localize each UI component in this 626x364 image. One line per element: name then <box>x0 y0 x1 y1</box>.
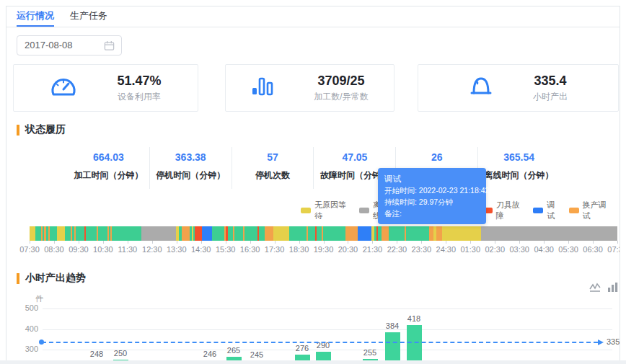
y-tick-label: 300 <box>17 345 38 353</box>
timeline-segment[interactable] <box>244 226 257 241</box>
gridline <box>43 329 612 330</box>
tooltip-title: 调试 <box>384 173 480 185</box>
timeline-segment[interactable] <box>358 226 371 241</box>
y-tick-label: 400 <box>17 324 38 333</box>
stat-column: 664.03加工时间（分钟） <box>68 147 149 189</box>
timeline-segment[interactable] <box>265 226 273 241</box>
axis-tick <box>128 241 128 244</box>
axis-tick <box>103 241 104 244</box>
tab-running-status[interactable]: 运行情况 <box>17 6 54 27</box>
axis-tick-label: 09:30 <box>66 245 92 254</box>
bar-value-label: 248 <box>82 350 111 358</box>
timeline-segment[interactable] <box>57 226 65 241</box>
tab-production-task[interactable]: 生产任务 <box>70 6 107 25</box>
axis-tick <box>324 241 325 244</box>
timeline-segment[interactable] <box>317 226 322 241</box>
timeline-segment[interactable] <box>202 226 212 241</box>
timeline-segment[interactable] <box>141 226 176 241</box>
axis-tick <box>470 241 471 244</box>
timeline-segment[interactable] <box>273 226 289 241</box>
legend-item[interactable]: 换产调试 <box>569 200 612 221</box>
timeline-segment[interactable] <box>442 226 481 241</box>
output-bar[interactable] <box>385 332 400 361</box>
timeline-segment[interactable] <box>35 226 41 241</box>
timeline-segment[interactable] <box>112 226 141 241</box>
axis-tick-label: 05:30 <box>555 245 581 254</box>
output-bar[interactable] <box>316 352 331 361</box>
axis-tick <box>544 241 545 244</box>
stat-label: 停机次数 <box>232 169 314 182</box>
axis-tick <box>30 241 30 244</box>
axis-tick-label: 24:30 <box>433 245 459 254</box>
bar-value-label: 265 <box>219 346 248 355</box>
calendar-icon <box>104 40 115 51</box>
axis-tick-label: 14:30 <box>188 245 214 254</box>
date-value: 2017-08-08 <box>25 40 73 50</box>
legend-item[interactable]: 无原因等待 <box>301 200 352 221</box>
axis-tick-label: 01:30 <box>457 245 483 254</box>
timeline-segment[interactable] <box>195 226 202 241</box>
timeline-segment[interactable] <box>76 226 84 241</box>
counts-label: 加工数/异常数 <box>314 91 368 103</box>
timeline-segment[interactable] <box>345 226 358 241</box>
summary-card-utilization: 51.47% 设备利用率 <box>13 64 198 112</box>
summary-card-counts: 3709/25 加工数/异常数 <box>225 64 394 112</box>
timeline-segment[interactable] <box>289 226 307 241</box>
timeline-segment[interactable] <box>182 226 190 241</box>
counts-value: 3709/25 <box>314 74 368 89</box>
axis-tick-label: 23:30 <box>408 245 434 254</box>
timeline-segment[interactable] <box>65 226 71 241</box>
axis-tick-label: 06:30 <box>580 245 606 254</box>
axis-tick-label: 18:30 <box>286 245 312 254</box>
timeline-segment[interactable] <box>212 226 224 241</box>
timeline-segment[interactable] <box>228 226 233 241</box>
axis-tick-label: 10:30 <box>90 245 116 254</box>
bar-value-label: 255 <box>356 348 384 357</box>
timeline-segment[interactable] <box>481 226 617 241</box>
axis-tick-label: 08:30 <box>41 245 67 254</box>
status-timeline-bar <box>30 226 617 241</box>
bell-icon <box>469 75 493 101</box>
bar-chart-icon <box>251 76 274 100</box>
timeline-segment[interactable] <box>436 226 442 241</box>
gauge-icon <box>50 75 77 101</box>
bar-chart-toggle-icon[interactable] <box>607 282 619 296</box>
output-trend-header: 小时产出趋势 <box>17 272 86 285</box>
gridline <box>43 350 612 350</box>
tooltip-duration: 持续时间: 29.97分钟 <box>384 196 480 208</box>
timeline-segment[interactable] <box>323 226 345 241</box>
bar-value-label: 418 <box>400 314 428 323</box>
bar-value-label: 246 <box>195 350 224 358</box>
axis-tick <box>201 241 202 244</box>
axis-tick-label: 19:30 <box>311 245 337 254</box>
axis-tick <box>593 241 594 244</box>
line-chart-toggle-icon[interactable] <box>589 282 601 296</box>
stat-value: 47.05 <box>314 151 395 163</box>
legend-swatch-icon <box>301 208 311 213</box>
timeline-segment[interactable] <box>406 226 429 241</box>
date-picker[interactable]: 2017-08-08 <box>17 35 122 56</box>
summary-cards-row: 51.47% 设备利用率 3709/25 加工数/异常数 <box>13 64 617 112</box>
timeline-segment[interactable] <box>86 226 97 241</box>
timeline-segment[interactable] <box>50 226 57 241</box>
timeline-segment[interactable] <box>98 226 107 241</box>
stat-value: 26 <box>396 151 477 163</box>
timeline-segment[interactable] <box>234 226 243 241</box>
legend-item[interactable]: 刀具故障 <box>482 200 526 221</box>
stat-label: 加工时间（分钟） <box>68 169 149 182</box>
stat-value: 365.54 <box>478 151 560 163</box>
timeline-segment[interactable] <box>308 226 315 241</box>
tooltip-start-time: 开始时间: 2022-02-23 21:18:42 <box>384 185 480 196</box>
utilization-label: 设备利用率 <box>117 91 161 103</box>
output-bar[interactable] <box>407 325 422 361</box>
axis-tick <box>299 241 300 244</box>
stat-value: 57 <box>232 151 314 163</box>
timeline-segment[interactable] <box>389 226 405 241</box>
timeline-segment[interactable] <box>382 226 389 241</box>
timeline-segment[interactable] <box>30 226 35 241</box>
legend-item[interactable]: 调试 <box>533 200 561 221</box>
axis-tick-label: 12:30 <box>139 245 165 254</box>
timeline-segment[interactable] <box>259 226 265 241</box>
axis-tick <box>226 241 226 244</box>
axis-tick-label: 15:30 <box>213 245 239 254</box>
